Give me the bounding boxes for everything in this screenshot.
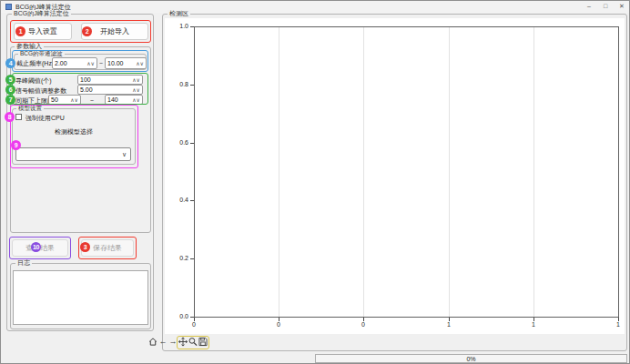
annotation-step-2: 2 (82, 26, 92, 36)
x-tick-label: 0 (188, 321, 199, 329)
annotation-step-5: 5 (5, 75, 15, 85)
force-cpu-checkbox-label: 强制使用CPU (25, 114, 65, 122)
cutoff-low-spinbox[interactable]: 2.00 ∧∨ (52, 57, 97, 69)
y-tick-label: 0.4 (174, 197, 188, 204)
log-group-title: 日志 (15, 259, 32, 267)
plot-axes[interactable] (194, 26, 619, 318)
log-text-area[interactable] (13, 270, 148, 325)
interval-low-value: 50 (51, 96, 58, 103)
annotation-step-8: 8 (5, 112, 15, 122)
spin-updown-icon[interactable]: ∧∨ (136, 60, 144, 66)
amplitude-param-spinbox[interactable]: 5.00 ∧∨ (77, 85, 143, 95)
peak-threshold-value: 100 (80, 76, 91, 83)
y-tick (190, 200, 194, 201)
cutoff-high-value: 10.00 (107, 60, 124, 66)
forward-icon[interactable]: → (168, 336, 178, 348)
maximize-button[interactable]: □ (598, 1, 613, 12)
zoom-icon[interactable] (188, 336, 198, 348)
home-icon[interactable] (148, 336, 158, 348)
cutoff-high-spinbox[interactable]: 10.00 ∧∨ (105, 57, 147, 69)
force-cpu-checkbox[interactable] (15, 114, 22, 120)
x-tick-label: 0 (273, 321, 284, 329)
annotation-step-10: 10 (31, 242, 41, 252)
spin-updown-icon[interactable]: ∧∨ (86, 60, 95, 66)
cutoff-low-value: 2.00 (55, 60, 67, 66)
left-group-title: BCG的J峰算法定位 (12, 10, 71, 17)
bandpass-group-title: BCG的带通滤波 (18, 50, 65, 57)
peak-threshold-label: 寻峰阈值(个) (15, 76, 52, 85)
amplitude-param-label: 信号幅值调整参数 (15, 86, 66, 95)
chevron-down-icon: ∨ (122, 151, 127, 158)
progress-bar: 0% (315, 354, 627, 363)
gridline (363, 27, 364, 317)
peak-threshold-spinbox[interactable]: 100 ∧∨ (77, 75, 143, 85)
gridline (449, 27, 450, 317)
range-tilde: ~ (90, 96, 94, 105)
save-icon[interactable] (198, 336, 208, 348)
spin-updown-icon[interactable]: ∧∨ (70, 96, 78, 103)
interval-high-value: 140 (107, 96, 118, 103)
title-bar: BCG的J峰算法定位 – □ ✕ (1, 1, 630, 13)
spin-updown-icon[interactable]: ∧∨ (132, 96, 140, 103)
spin-updown-icon[interactable]: ∧∨ (132, 76, 140, 83)
pan-icon[interactable] (178, 336, 188, 348)
gridline (279, 27, 279, 317)
minimize-button[interactable]: – (582, 1, 596, 12)
interval-low-spinbox[interactable]: 50 ∧∨ (48, 95, 81, 105)
y-tick-label: 0.8 (174, 81, 188, 88)
x-tick-label: 1 (613, 321, 624, 329)
x-tick-label: 1 (528, 321, 539, 329)
range-tilde: ~ (99, 59, 103, 67)
interval-high-spinbox[interactable]: 140 ∧∨ (105, 95, 143, 105)
annotation-step-7: 7 (5, 95, 15, 105)
model-settings-group-title: 模型设置 (16, 105, 44, 112)
y-tick-label: 0.6 (174, 139, 188, 147)
model-select-combobox[interactable]: ∨ (15, 147, 131, 161)
back-icon[interactable]: ← (158, 336, 168, 348)
y-tick (190, 85, 194, 86)
application-window: BCG的J峰算法定位 – □ ✕ BCG的J峰算法定位 导入设置 开始导入 参数… (0, 0, 630, 364)
annotation-step-3: 3 (80, 242, 90, 252)
y-tick (190, 258, 194, 259)
x-tick-label: 0 (358, 321, 369, 329)
close-button[interactable]: ✕ (615, 1, 629, 12)
y-tick-label: 1.0 (174, 23, 188, 30)
app-icon (5, 4, 12, 10)
annotation-step-9: 9 (11, 140, 21, 150)
y-tick (190, 26, 194, 27)
y-tick-label: 0.0 (174, 313, 188, 320)
progress-value: 0% (466, 356, 475, 362)
spin-updown-icon[interactable]: ∧∨ (132, 86, 140, 93)
param-input-group-title: 参数输入 (15, 43, 44, 50)
annotation-step-6: 6 (5, 85, 15, 95)
gridline (533, 27, 534, 317)
y-tick (190, 143, 194, 144)
cutoff-frequency-label: 截止频率(Hz): (16, 59, 56, 67)
detection-group-title: 检测区 (168, 10, 190, 17)
annotation-step-4: 4 (5, 58, 15, 68)
model-select-label: 检测模型选择 (12, 127, 136, 136)
x-tick-label: 1 (443, 321, 454, 329)
amplitude-param-value: 5.00 (80, 86, 93, 93)
annotation-step-1: 1 (15, 26, 25, 36)
y-tick-label: 0.2 (174, 255, 188, 262)
